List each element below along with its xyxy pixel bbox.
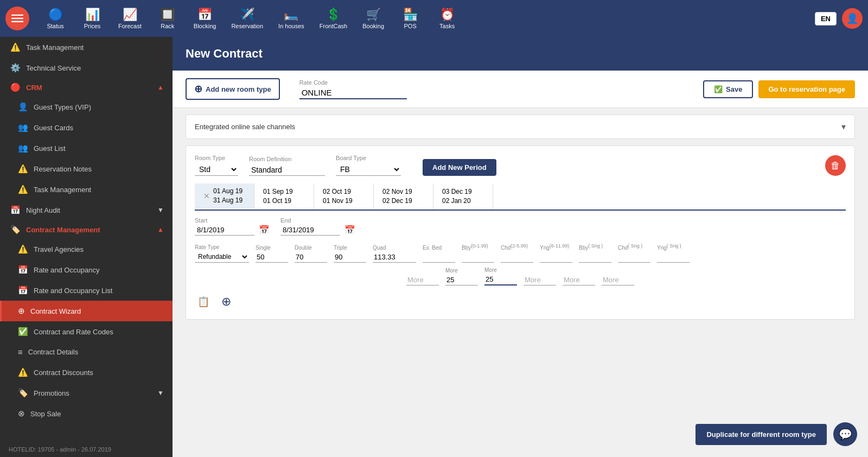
delete-room-button[interactable]: 🗑 — [825, 155, 846, 176]
single-rate-input[interactable] — [256, 252, 288, 263]
contract-management-icon: 🏷️ — [10, 225, 21, 234]
exbed-rate-input[interactable] — [423, 252, 455, 263]
period-tab-2[interactable]: 01 Sep 19 01 Oct 19 — [254, 183, 314, 210]
triple-rate-input[interactable] — [334, 252, 366, 263]
sidebar-item-night-audit[interactable]: 📅 Night Audit ▼ — [0, 200, 173, 220]
copy-icon: 📋 — [197, 296, 209, 307]
nav-rack[interactable]: 🔲 Rack — [150, 5, 185, 31]
svg-rect-1 — [11, 18, 23, 19]
nav-frontcash[interactable]: 💲 FrontCash — [313, 5, 354, 31]
end-date-input[interactable] — [280, 225, 340, 236]
board-type-field: Board Type FB — [336, 155, 401, 176]
sidebar-item-rate-occupancy[interactable]: 📅 Rate and Occupancy — [0, 259, 173, 280]
period-tab-1[interactable]: ✕ 01 Aug 19 31 Aug 19 — [195, 183, 254, 210]
sidebar-item-guest-list[interactable]: 👥 Guest List — [0, 138, 173, 158]
bby1-more-input[interactable] — [445, 275, 478, 285]
rate-type-select[interactable]: Refundable — [195, 251, 249, 263]
exbed-more-input[interactable] — [406, 275, 439, 285]
sidebar-item-guest-cards[interactable]: 👥 Guest Cards — [0, 117, 173, 138]
yng1-more-input[interactable] — [524, 275, 556, 285]
copy-button[interactable]: 📋 — [195, 293, 212, 310]
chd2-rate-field: Chd( Sng ) — [618, 243, 650, 263]
period-tab-3[interactable]: 02 Oct 19 01 Nov 19 — [314, 183, 374, 210]
bby2-more-input[interactable] — [563, 275, 595, 285]
quad-rate-field: Quad — [373, 245, 416, 263]
language-button[interactable]: EN — [815, 12, 837, 26]
nav-inhouses[interactable]: 🛏️ In houses — [272, 5, 311, 31]
rate-occupancy-list-icon: 📅 — [18, 285, 28, 295]
sidebar-item-promotions[interactable]: 🏷️ Promotions ▼ — [0, 383, 173, 403]
sidebar-item-travel-agencies[interactable]: ⚠️ Travel Agencies — [0, 239, 173, 259]
sidebar-item-task-mgmt2[interactable]: ⚠️ Task Management — [0, 179, 173, 200]
prices-icon: 📊 — [85, 8, 100, 22]
board-type-select[interactable]: FB — [336, 163, 401, 176]
exbed-more-field — [406, 274, 439, 285]
nav-prices[interactable]: 📊 Prices — [75, 5, 110, 31]
period-tab-5[interactable]: 03 Dec 19 02 Jan 20 — [433, 183, 493, 210]
sidebar-item-task-management[interactable]: ⚠️ Task Management — [0, 37, 173, 58]
reservation-notes-icon: ⚠️ — [18, 164, 28, 174]
chd1-more-input[interactable] — [484, 274, 517, 285]
dropdown-arrow-icon: ▾ — [841, 122, 846, 132]
guest-list-icon: 👥 — [18, 143, 28, 153]
nav-tasks[interactable]: ⏰ Tasks — [430, 5, 464, 31]
trash-icon: 🗑 — [831, 160, 840, 172]
sidebar-item-contract-wizard[interactable]: ⊕ Contract Wizard — [0, 301, 173, 321]
yng2-rate-input[interactable] — [657, 252, 690, 263]
duplicate-button[interactable]: Duplicate for different room type — [695, 424, 827, 445]
sidebar-item-guest-types[interactable]: 👤 Guest Types (VIP) — [0, 97, 173, 117]
menu-button[interactable] — [5, 7, 29, 30]
chd1-rate-field: Chd(2-5.99) — [501, 243, 533, 263]
chat-button[interactable]: 💬 — [833, 422, 857, 446]
period-tab-4[interactable]: 02 Nov 19 02 Dec 19 — [374, 183, 433, 210]
rate-code-input[interactable] — [299, 87, 407, 99]
triple-rate-field: Triple — [334, 245, 366, 263]
sidebar-item-contract-rate-codes[interactable]: ✅ Contract and Rate Codes — [0, 321, 173, 342]
save-button[interactable]: ✅ Save — [703, 80, 753, 98]
chd2-rate-input[interactable] — [618, 252, 650, 263]
add-room-type-button[interactable]: ⊕ Add new room type — [186, 78, 280, 100]
nav-pos[interactable]: 🏪 POS — [393, 5, 427, 31]
add-period-button[interactable]: Add New Period — [423, 159, 496, 176]
room-definition-input[interactable] — [249, 164, 325, 176]
chd2-more-input[interactable] — [602, 275, 634, 285]
bby1-rate-input[interactable] — [462, 252, 494, 263]
dropdown-header[interactable]: Entegrated online sale channels ▾ — [186, 115, 854, 138]
user-avatar[interactable]: 👤 — [842, 8, 863, 29]
quad-rate-input[interactable] — [373, 252, 416, 263]
nav-forecast[interactable]: 📈 Forecast — [112, 5, 148, 31]
sidebar-item-reservation-notes[interactable]: ⚠️ Reservation Notes — [0, 158, 173, 179]
frontcash-icon: 💲 — [326, 8, 341, 22]
start-calendar-icon[interactable]: 📅 — [259, 225, 270, 235]
night-audit-icon: 📅 — [10, 205, 21, 215]
sidebar-item-crm[interactable]: 🔴 CRM ▲ — [0, 78, 173, 97]
sidebar-item-stop-sale[interactable]: ⊗ Stop Sale — [0, 403, 173, 424]
sidebar-item-technical-service[interactable]: ⚙️ Technical Service — [0, 58, 173, 78]
bby2-rate-input[interactable] — [579, 252, 611, 263]
nav-reservation[interactable]: ✈️ Reservation — [225, 5, 270, 31]
sidebar-item-contract-details[interactable]: ≡ Contract Details — [0, 342, 173, 362]
add-row-button[interactable]: ⊕ — [218, 293, 235, 310]
nav-status[interactable]: 🔵 Status — [38, 5, 73, 31]
goto-reservation-button[interactable]: Go to reservation page — [758, 80, 855, 98]
yng1-rate-input[interactable] — [540, 252, 572, 263]
sidebar-item-contract-management[interactable]: 🏷️ Contract Management ▲ — [0, 220, 173, 239]
room-type-select[interactable]: Std — [195, 163, 238, 176]
double-rate-input[interactable] — [295, 252, 327, 263]
sidebar-item-rate-occupancy-list[interactable]: 📅 Rate and Occupancy List — [0, 280, 173, 301]
inhouses-icon: 🛏️ — [284, 8, 298, 22]
nav-blocking[interactable]: 📅 Blocking — [187, 5, 223, 31]
contract-wizard-icon: ⊕ — [18, 306, 25, 316]
end-calendar-icon[interactable]: 📅 — [344, 225, 355, 235]
sidebar-item-contract-discounts[interactable]: ⚠️ Contract Discounts — [0, 362, 173, 383]
bby1-rate-field: Bby(0-1.99) — [462, 243, 494, 263]
online-channels-dropdown[interactable]: Entegrated online sale channels ▾ — [186, 115, 855, 139]
nav-booking[interactable]: 🛒 Booking — [356, 5, 391, 31]
start-date-input[interactable] — [195, 225, 254, 236]
bby2-rate-field: Bby( Sng ) — [579, 243, 611, 263]
contract-mgmt-arrow-icon: ▲ — [157, 226, 164, 233]
period-delete-icon[interactable]: ✕ — [203, 192, 210, 200]
double-rate-field: Double — [295, 245, 327, 263]
chd2-more-field — [602, 274, 634, 285]
chd1-rate-input[interactable] — [501, 252, 533, 263]
